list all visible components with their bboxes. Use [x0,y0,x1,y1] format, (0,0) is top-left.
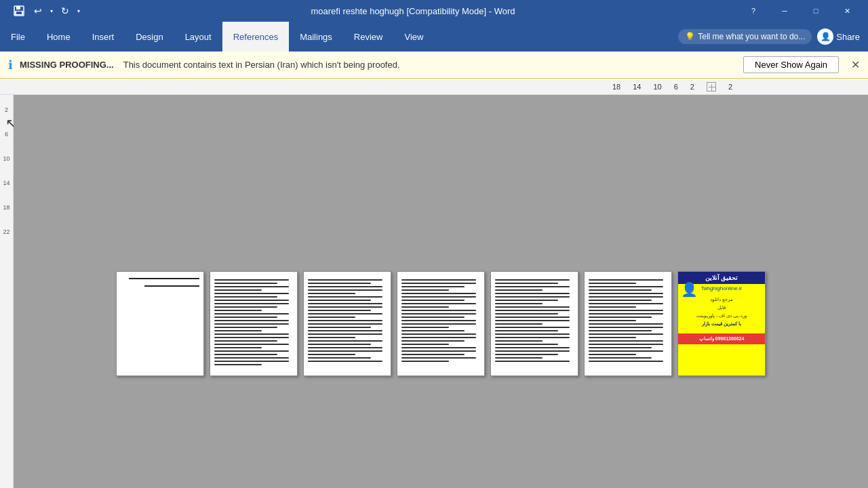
thumbnail-page-5[interactable] [490,271,578,376]
restore-button[interactable]: □ [800,0,831,22]
thumbnail-page-7-ad[interactable]: تحقیق آنلاین Tahghighonline.ir 👤 مرجع دا… [677,271,766,376]
customize-quick-access[interactable]: ▾ [75,3,83,19]
vertical-ruler: 2 6 10 14 18 22 [0,95,14,488]
ruler-cursor [707,82,716,92]
ribbon: File Home Insert Design Layout Reference… [0,22,868,52]
tell-me-input[interactable]: 💡 Tell me what you want to do... [678,29,812,44]
tab-file[interactable]: File [0,22,36,52]
tab-layout[interactable]: Layout [174,22,222,52]
thumbnail-page-1[interactable] [116,271,204,376]
svg-rect-1 [16,6,20,9]
share-label: Share [836,32,860,42]
help-button[interactable]: ? [738,0,769,22]
main-content: 2 6 10 14 18 22 ↖ [0,95,868,488]
ad-line2: فایل [678,304,765,312]
tab-design[interactable]: Design [125,22,174,52]
document-area[interactable]: تحقیق آنلاین Tahghighonline.ir 👤 مرجع دا… [14,95,868,488]
share-button[interactable]: 👤 Share [817,28,860,45]
notification-bar: ℹ MISSING PROOFING... This document cont… [0,52,868,79]
page-6-content [585,272,671,375]
thumbnail-page-3[interactable] [303,271,391,376]
ruler-num-6: 6 [674,83,678,91]
ribbon-tabs: File Home Insert Design Layout Reference… [0,22,670,52]
page-thumbnails: تحقیق آنلاین Tahghighonline.ir 👤 مرجع دا… [116,271,766,376]
tab-review[interactable]: Review [343,22,394,52]
never-show-again-button[interactable]: Never Show Again [743,56,839,73]
ad-tagline: با کمترین قیمت بازار [678,320,765,328]
ruler-num-10: 10 [653,83,661,91]
horizontal-ruler: 18 14 10 6 2 2 [0,79,868,95]
page-2-content [210,272,297,375]
ad-line3: ورد-پی دی اف - پاورپوینت [678,312,765,320]
ruler-num-2: 2 [690,83,694,91]
info-icon: ℹ [8,58,13,73]
page-5-content [491,272,578,375]
ruler-numbers: 18 14 10 6 2 2 [612,79,732,94]
ribbon-right: 💡 Tell me what you want to do... 👤 Share [670,22,868,52]
redo-button[interactable]: ↻ [57,3,73,19]
thumbnail-page-4[interactable] [397,271,485,376]
lightbulb-icon: 💡 [685,32,695,41]
minimize-button[interactable]: ─ [769,0,800,22]
notification-close-button[interactable]: ✕ [851,58,860,71]
tab-references[interactable]: References [222,22,289,52]
ad-person-icon: 👤 [681,281,698,298]
notification-message: This document contains text in Persian (… [123,60,736,70]
thumbnail-page-6[interactable] [584,271,672,376]
tab-mailings[interactable]: Mailings [289,22,343,52]
thumbnail-page-2[interactable] [210,271,298,376]
save-button[interactable] [11,3,27,19]
undo-button[interactable]: ↩ [30,3,46,19]
user-avatar: 👤 [817,28,833,45]
ruler-vnum-10: 10 [3,146,9,171]
ruler-num-18: 18 [612,83,620,91]
window-controls: ? ─ □ ✕ [738,0,863,22]
undo-dropdown[interactable]: ▾ [47,3,56,19]
ruler-vnum-14: 14 [3,171,9,195]
tab-insert[interactable]: Insert [81,22,125,52]
page-4-content [397,272,484,375]
close-button[interactable]: ✕ [831,0,863,22]
tab-home[interactable]: Home [36,22,81,52]
ad-phone: 09981366624 واتساپ [678,333,765,344]
ruler-vnum-18: 18 [3,195,9,220]
ruler-vnum-22: 22 [3,220,9,244]
quick-access-toolbar: ↩ ▾ ↻ ▾ [5,0,88,22]
page-3-content [304,272,391,375]
tab-view[interactable]: View [393,22,434,52]
window-title: moarefi reshte hoghugh [Compatibility Mo… [88,6,738,16]
title-bar: ↩ ▾ ↻ ▾ moarefi reshte hoghugh [Compatib… [0,0,868,22]
svg-rect-3 [16,12,22,14]
undo-group: ↩ ▾ ↻ ▾ [30,3,83,19]
page-1-content [117,272,203,333]
ruler-num-2r: 2 [728,83,732,91]
tell-me-text: Tell me what you want to do... [698,32,805,41]
ruler-num-14: 14 [633,83,641,91]
notification-title: MISSING PROOFING... [20,60,114,70]
